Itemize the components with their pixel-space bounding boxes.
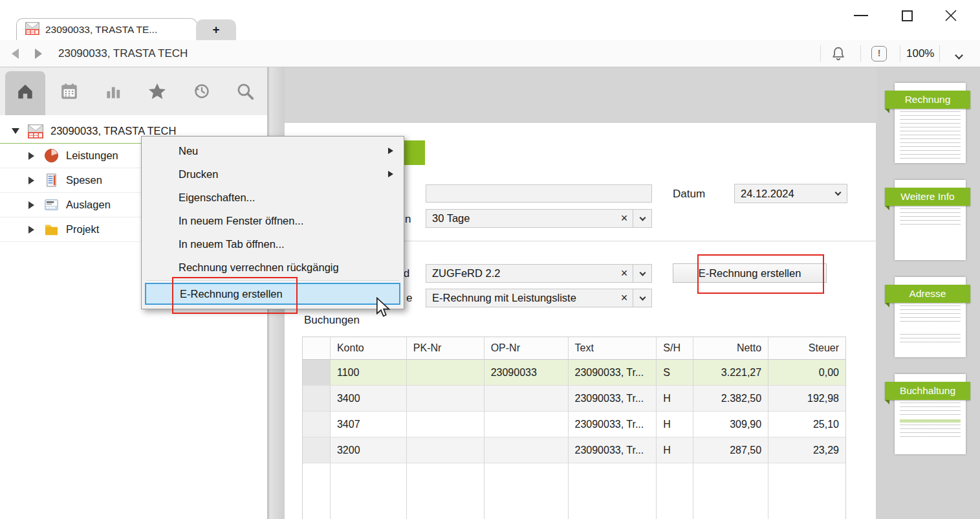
statistics-button[interactable]: [103, 82, 123, 101]
payment-label-fragment: n: [405, 213, 411, 226]
calendar-icon: [60, 82, 79, 101]
document-tab[interactable]: 23090033, TRASTA TE...: [16, 18, 197, 40]
cell-steuer: 0,00: [768, 360, 845, 386]
erechnung-standard-dropdown[interactable]: ZUGFeRD 2.2 ×: [426, 264, 652, 283]
row-selector[interactable]: [303, 412, 331, 437]
forward-button[interactable]: [35, 49, 42, 59]
cell-sh: H: [657, 437, 693, 463]
alert-button[interactable]: !: [871, 46, 887, 61]
clear-icon[interactable]: ×: [616, 291, 633, 305]
clear-icon[interactable]: ×: [616, 212, 633, 225]
erechnung-template-value: E-Rechnung mit Leistungsliste: [426, 292, 616, 304]
table-row[interactable]: 1100 23090033 23090033, Tr... S 3.221,27…: [303, 360, 845, 386]
ribbon-label: Weitere Info: [900, 191, 954, 202]
cell-text: 23090033, Tr...: [569, 412, 657, 437]
navigation-bar: 23090033, TRASTA TECH ! 100%: [0, 40, 980, 67]
minimize-icon: [854, 15, 868, 16]
calendar-button[interactable]: [60, 82, 79, 101]
ribbon-fold: [885, 303, 889, 307]
annotation-box-create-button: [697, 254, 824, 294]
column-header-sh[interactable]: S/H: [657, 337, 693, 360]
cell-pknr: [407, 360, 485, 386]
row-selector[interactable]: [303, 386, 331, 412]
tab-title: 23090033, TRASTA TE...: [45, 24, 157, 36]
expand-arrow-icon[interactable]: [28, 152, 34, 160]
pie-chart-icon: [44, 148, 59, 163]
menu-item-neu[interactable]: Neu: [142, 139, 404, 162]
back-button[interactable]: [12, 49, 19, 59]
application-window: 23090033, TRASTA TE... + 23090033, TRAST…: [0, 0, 980, 519]
clear-icon[interactable]: ×: [616, 267, 633, 280]
maximize-button[interactable]: [898, 6, 916, 25]
history-button[interactable]: [191, 82, 211, 101]
payment-terms-dropdown[interactable]: 30 Tage ×: [426, 209, 652, 228]
erechnung-standard-value: ZUGFeRD 2.2: [426, 267, 616, 280]
ribbon-fold: [885, 400, 889, 404]
cell-konto: 3200: [331, 437, 407, 463]
table-row[interactable]: 3407 23090033, Tr... H 309,90 25,10: [303, 412, 845, 437]
menu-item-rechnung-verrechnen-rueckgaengig[interactable]: Rechnung verrechnen rückgängig: [142, 256, 404, 279]
expand-arrow-icon[interactable]: [28, 201, 34, 209]
search-button[interactable]: [235, 82, 255, 101]
text-field[interactable]: [426, 184, 652, 203]
cell-netto: 2.382,50: [693, 386, 768, 412]
cell-pknr: [407, 437, 485, 463]
cell-netto: 287,50: [693, 437, 768, 463]
column-header-opnr[interactable]: OP-Nr: [485, 337, 569, 360]
datum-dropdown[interactable]: 24.12.2024: [734, 184, 847, 203]
menu-item-drucken[interactable]: Drucken: [142, 162, 404, 186]
preview-card-adresse[interactable]: Adresse: [885, 285, 970, 303]
invoice-icon: [25, 22, 39, 38]
chevron-down-icon[interactable]: [633, 210, 651, 227]
expand-arrow-icon[interactable]: [28, 177, 34, 184]
chevron-down-icon[interactable]: [829, 192, 847, 195]
column-header-netto[interactable]: Netto: [693, 337, 768, 360]
menu-item-neuer-tab[interactable]: In neuem Tab öffnen...: [142, 232, 404, 256]
cell-opnr: [485, 412, 569, 437]
preview-card-buchhaltung[interactable]: Buchhaltung: [885, 382, 970, 400]
divider: [939, 45, 940, 62]
home-button[interactable]: [16, 82, 35, 101]
row-selector[interactable]: [303, 360, 331, 386]
table-row[interactable]: 3400 23090033, Tr... H 2.382,50 192,98: [303, 386, 845, 412]
menu-item-label: In neuem Tab öffnen...: [179, 238, 285, 250]
submenu-arrow-icon: [388, 171, 393, 177]
submenu-arrow-icon: [388, 148, 393, 154]
notifications-button[interactable]: [830, 45, 847, 65]
receipt-icon: [44, 173, 59, 188]
column-header-steuer[interactable]: Steuer: [768, 337, 845, 360]
chevron-down-icon: [955, 51, 963, 60]
row-selector[interactable]: [303, 437, 331, 463]
cell-netto: 3.221,27: [693, 360, 768, 386]
minimize-button[interactable]: [852, 6, 870, 25]
expand-arrow-icon[interactable]: [28, 226, 34, 234]
chevron-down-icon[interactable]: [633, 289, 651, 307]
preview-card-rechnung[interactable]: Rechnung: [885, 91, 970, 109]
menu-item-neues-fenster[interactable]: In neuem Fenster öffnen...: [142, 209, 404, 232]
cell-pknr: [407, 386, 485, 412]
new-tab-button[interactable]: +: [196, 19, 236, 40]
bar-chart-icon: [103, 82, 123, 101]
cell-steuer: 192,98: [768, 386, 845, 412]
cell-netto: 309,90: [693, 412, 768, 437]
preview-card-weitere-info[interactable]: Weitere Info: [885, 188, 970, 206]
ribbon-fold: [885, 206, 889, 210]
expand-menu-button[interactable]: [956, 49, 962, 61]
erechnung-template-dropdown[interactable]: E-Rechnung mit Leistungsliste ×: [426, 289, 652, 307]
zoom-level[interactable]: 100%: [906, 40, 934, 67]
collapse-arrow-icon[interactable]: [12, 128, 19, 134]
favorites-button[interactable]: [147, 82, 167, 101]
table-row[interactable]: 3200 23090033, Tr... H 287,50 23,29: [303, 437, 845, 463]
tree-item-label: Leistungen: [66, 149, 118, 162]
column-header-text[interactable]: Text: [569, 337, 657, 360]
column-header-konto[interactable]: Konto: [331, 337, 407, 360]
chevron-down-icon[interactable]: [633, 265, 651, 282]
column-header-pknr[interactable]: PK-Nr: [407, 337, 485, 360]
menu-item-eigenschaften[interactable]: Eigenschaften...: [142, 186, 404, 209]
breadcrumb: 23090033, TRASTA TECH: [58, 40, 188, 67]
close-button[interactable]: [942, 6, 960, 25]
search-icon: [235, 81, 255, 102]
bell-icon: [830, 45, 847, 62]
cell-steuer: 23,29: [768, 437, 845, 463]
tree-item-label: Spesen: [66, 174, 102, 186]
